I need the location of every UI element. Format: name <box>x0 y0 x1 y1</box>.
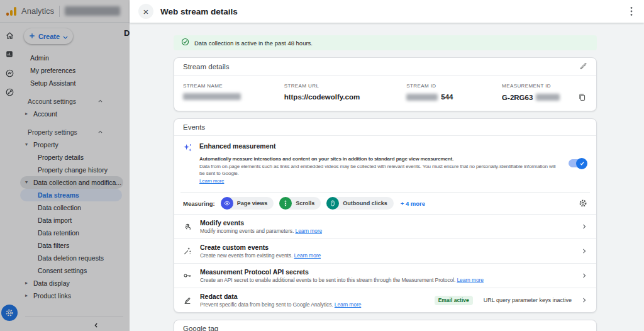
kebab-menu-icon[interactable] <box>628 4 635 19</box>
stream-id-redacted <box>406 94 438 101</box>
row-title: Measurement Protocol API secrets <box>200 268 574 276</box>
google-tag-header: Google tag <box>174 320 596 331</box>
field-label: STREAM URL <box>284 83 401 89</box>
field-value: G-2RG63 <box>502 94 533 101</box>
banner-text: Data collection is active in the past 48… <box>194 40 313 47</box>
mouse-icon <box>326 197 339 210</box>
stream-details-fields: STREAM NAME STREAM URL https://codewolfy… <box>174 76 596 111</box>
key-icon <box>183 271 193 280</box>
chip-label: Scrolls <box>296 200 314 206</box>
stream-details-header: Stream details <box>174 58 596 76</box>
touch-icon <box>183 222 193 231</box>
eye-icon <box>221 197 233 210</box>
card-title: Events <box>183 123 205 131</box>
measuring-label: Measuring: <box>183 200 215 207</box>
chevron-right-icon[interactable] <box>581 297 587 303</box>
field-label: MEASUREMENT ID <box>502 83 587 89</box>
learn-more-link[interactable]: Learn more <box>294 252 321 259</box>
background-left-chrome: Analytics <box>0 0 130 331</box>
row-title: Modify events <box>200 219 574 227</box>
measuring-chip-outbound-clicks: Outbound clicks <box>326 197 394 210</box>
dialog-title: Web stream details <box>160 7 238 16</box>
chevron-right-icon[interactable] <box>581 248 587 254</box>
row-desc: Modify incoming events and parameters. <box>200 228 294 234</box>
field-stream-url: STREAM URL https://codewolfy.com <box>284 83 407 101</box>
data-collection-status-banner: Data collection is active in the past 48… <box>174 35 597 50</box>
copy-icon[interactable] <box>578 93 586 101</box>
field-stream-id: STREAM ID 544 <box>406 83 502 101</box>
magic-wand-icon <box>183 247 193 255</box>
enhanced-measurement-text: Enhanced measurement Automatically measu… <box>199 142 562 184</box>
check-circle-icon <box>181 37 189 48</box>
sparkle-icon <box>183 142 193 184</box>
enhanced-measurement-title: Enhanced measurement <box>199 142 562 150</box>
chip-label: Page views <box>237 200 268 206</box>
gear-icon[interactable] <box>579 199 587 208</box>
row-redact-data[interactable]: Redact data Prevent specific data from b… <box>174 288 596 312</box>
stream-name-redacted <box>183 93 241 100</box>
enhanced-measurement-section: Enhanced measurement Automatically measu… <box>174 136 596 192</box>
close-icon[interactable]: × <box>138 4 153 19</box>
stream-details-card: Stream details STREAM NAME STREAM URL ht… <box>174 57 597 111</box>
toggle-thumb-check-icon <box>576 158 587 169</box>
card-title: Stream details <box>183 63 230 70</box>
row-measurement-protocol-api-secrets[interactable]: Measurement Protocol API secrets Create … <box>174 263 596 288</box>
field-measurement-id: MEASUREMENT ID G-2RG63 <box>502 83 587 101</box>
measuring-chip-scrolls: Scrolls <box>279 197 321 210</box>
measurement-id-redacted <box>536 94 560 101</box>
field-label: STREAM NAME <box>183 83 278 89</box>
app-window: Analytics <box>0 0 644 331</box>
modal-scrim[interactable] <box>0 0 130 331</box>
row-title: Create custom events <box>200 244 574 251</box>
chevron-right-icon[interactable] <box>581 272 587 279</box>
learn-more-link[interactable]: Learn more <box>457 277 483 283</box>
row-modify-events[interactable]: Modify events Modify incoming events and… <box>174 214 596 238</box>
google-tag-card: Google tag Configure tag settings Config… <box>174 320 597 331</box>
dialog-header: × Web stream details <box>130 0 644 23</box>
measuring-chip-page-views: Page views <box>221 197 274 210</box>
enhanced-measurement-desc-2: Data from on-page elements such as links… <box>199 164 555 177</box>
field-label: STREAM ID <box>406 83 496 89</box>
field-value: 544 <box>441 93 453 101</box>
measuring-row: Measuring: Page views Scrolls <box>174 193 596 214</box>
enhanced-measurement-desc-1: Automatically measure interactions and c… <box>199 156 453 162</box>
row-create-custom-events[interactable]: Create custom events Create new events f… <box>174 238 596 263</box>
web-stream-details-dialog: × Web stream details Data collection is … <box>130 0 644 331</box>
dialog-content: Data collection is active in the past 48… <box>130 23 644 331</box>
events-header: Events <box>174 119 596 136</box>
more-chips-link[interactable]: + 4 more <box>401 200 425 207</box>
field-value: https://codewolfy.com <box>284 93 360 101</box>
row-title: Redact data <box>200 293 428 300</box>
email-active-badge: Email active <box>435 296 473 305</box>
row-desc: Create new events from existing events. <box>200 252 292 259</box>
learn-more-link[interactable]: Learn more <box>199 178 224 184</box>
row-desc: Prevent specific data from being sent to… <box>200 301 333 308</box>
url-query-inactive-status: URL query parameter keys inactive <box>484 297 572 303</box>
enhanced-measurement-toggle[interactable] <box>569 159 587 167</box>
redact-pen-icon <box>183 296 193 305</box>
scroll-arrows-icon <box>279 197 292 210</box>
card-title: Google tag <box>183 325 218 331</box>
row-desc: Create an API secret to enable additiona… <box>200 277 455 283</box>
learn-more-link[interactable]: Learn more <box>296 228 322 234</box>
chip-label: Outbound clicks <box>343 200 387 206</box>
events-card: Events Enhanced measurement Automaticall… <box>174 118 597 313</box>
edit-pencil-icon[interactable] <box>579 62 587 70</box>
chevron-right-icon[interactable] <box>581 223 587 230</box>
field-stream-name: STREAM NAME <box>183 83 284 101</box>
learn-more-link[interactable]: Learn more <box>335 301 361 308</box>
